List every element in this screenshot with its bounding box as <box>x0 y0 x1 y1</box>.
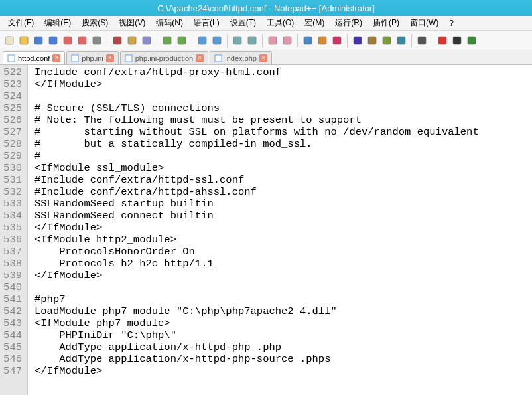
save-all-icon[interactable] <box>46 34 60 47</box>
file-tab[interactable]: php.ini-production× <box>120 51 208 64</box>
file-icon <box>214 54 222 62</box>
code-line[interactable]: <IfModule http2_module> <box>34 234 479 246</box>
svg-rect-17 <box>283 37 291 44</box>
code-line[interactable]: #Include conf/extra/httpd-ahssl.conf <box>34 186 479 198</box>
code-line[interactable]: Protocols h2 h2c http/1.1 <box>34 258 479 270</box>
menu-item[interactable]: 文件(F) <box>4 16 38 30</box>
wrap-icon[interactable] <box>301 34 314 47</box>
folder-tree-icon[interactable] <box>395 34 408 47</box>
code-line[interactable]: LoadModule php7_module "C:\php\php7apach… <box>34 305 479 317</box>
copy-icon[interactable] <box>125 34 139 47</box>
code-line[interactable]: # <box>34 150 479 162</box>
code-line[interactable]: SSLRandomSeed connect builtin <box>34 210 479 222</box>
monitor-icon[interactable] <box>415 34 429 47</box>
new-file-icon[interactable] <box>3 34 16 47</box>
cut-icon[interactable] <box>111 34 124 47</box>
print-icon[interactable] <box>90 34 103 47</box>
line-number: 542 <box>3 305 22 317</box>
menu-item[interactable]: 工具(O) <box>263 16 298 30</box>
code-line[interactable]: AddType application/x-httpd-php .php <box>34 341 479 353</box>
sync-h-icon[interactable] <box>281 34 294 47</box>
close-icon[interactable]: × <box>106 54 114 62</box>
menu-item[interactable]: 语言(L) <box>190 16 224 30</box>
code-line[interactable]: # starting without SSL on platforms with… <box>34 126 479 138</box>
replace-icon[interactable] <box>210 34 224 47</box>
show-all-icon[interactable] <box>316 34 329 47</box>
svg-rect-13 <box>213 37 221 44</box>
menu-item[interactable]: ? <box>445 17 458 29</box>
code-line[interactable]: </IfModule> <box>34 222 479 234</box>
zoom-in-icon[interactable] <box>231 34 244 47</box>
code-line[interactable]: PHPIniDir "C:\php\" <box>34 329 479 341</box>
menu-item[interactable]: 搜索(S) <box>78 16 112 30</box>
code-line[interactable]: #Include conf/extra/httpd-ssl.conf <box>34 174 479 186</box>
line-number: 527 <box>3 126 22 138</box>
code-line[interactable] <box>34 281 479 293</box>
code-content[interactable]: Include conf/extra/httpd-proxy-html.conf… <box>28 65 479 395</box>
open-folder-icon[interactable] <box>17 34 31 47</box>
code-line[interactable]: </IfModule> <box>34 365 479 377</box>
code-line[interactable]: </IfModule> <box>34 270 479 281</box>
code-line[interactable]: </IfModule> <box>34 78 479 90</box>
svg-rect-18 <box>304 37 312 44</box>
close-icon[interactable]: × <box>52 54 60 62</box>
lang-icon[interactable] <box>351 34 364 47</box>
menu-item[interactable]: 编码(N) <box>152 16 187 30</box>
close-icon[interactable]: × <box>259 54 267 62</box>
func-list-icon[interactable] <box>380 34 393 47</box>
code-line[interactable]: AddType application/x-httpd-php-source .… <box>34 353 479 365</box>
code-line[interactable]: <IfModule php7_module> <box>34 317 479 329</box>
line-number: 535 <box>3 222 22 234</box>
save-icon[interactable] <box>32 34 45 47</box>
svg-rect-22 <box>368 37 376 44</box>
undo-icon[interactable] <box>161 34 174 47</box>
close-icon[interactable] <box>61 34 74 47</box>
paste-icon[interactable] <box>140 34 153 47</box>
line-number: 537 <box>3 246 22 258</box>
code-line[interactable]: Include conf/extra/httpd-proxy-html.conf <box>34 66 479 78</box>
file-tab[interactable]: php.ini× <box>66 51 118 64</box>
toolbar-separator <box>227 34 228 47</box>
menu-item[interactable]: 设置(T) <box>226 16 260 30</box>
menu-item[interactable]: 视图(V) <box>115 16 149 30</box>
code-line[interactable]: #php7 <box>34 293 479 305</box>
file-tab[interactable]: index.php× <box>210 51 272 64</box>
doc-map-icon[interactable] <box>366 34 379 47</box>
code-line[interactable]: # Secure (SSL/TLS) connections <box>34 102 479 114</box>
toolbar-separator <box>107 34 107 47</box>
file-icon <box>71 54 79 62</box>
menu-item[interactable]: 编辑(E) <box>40 16 75 30</box>
code-line[interactable]: # but a statically compiled-in mod_ssl. <box>34 138 479 150</box>
code-line[interactable]: SSLRandomSeed startup builtin <box>34 198 479 210</box>
file-icon <box>7 54 15 62</box>
close-all-icon[interactable] <box>76 34 89 47</box>
stop-icon[interactable] <box>450 34 464 47</box>
line-number: 528 <box>3 138 22 150</box>
code-line[interactable]: ProtocolsHonorOrder On <box>34 246 479 258</box>
menu-item[interactable]: 运行(R) <box>331 16 366 30</box>
line-number: 541 <box>3 293 22 305</box>
close-icon[interactable]: × <box>196 54 204 62</box>
menu-item[interactable]: 窗口(W) <box>406 16 442 30</box>
sync-v-icon[interactable] <box>266 34 279 47</box>
menu-item[interactable]: 插件(P) <box>369 16 403 30</box>
indent-guide-icon[interactable] <box>330 34 344 47</box>
redo-icon[interactable] <box>175 34 188 47</box>
zoom-out-icon[interactable] <box>245 34 259 47</box>
code-line[interactable] <box>34 90 479 102</box>
find-icon[interactable] <box>196 34 209 47</box>
line-number: 540 <box>3 281 22 293</box>
play-icon[interactable] <box>465 34 478 47</box>
line-number: 536 <box>3 234 22 246</box>
line-number: 532 <box>3 186 22 198</box>
svg-rect-25 <box>418 37 426 44</box>
svg-rect-29 <box>8 55 15 62</box>
toolbar-separator <box>411 34 412 47</box>
menu-item[interactable]: 宏(M) <box>300 16 328 30</box>
record-icon[interactable] <box>436 34 449 47</box>
code-line[interactable]: <IfModule ssl_module> <box>34 162 479 174</box>
toolbar-separator <box>262 34 263 47</box>
code-line[interactable]: # Note: The following must must be prese… <box>34 114 479 126</box>
file-tab[interactable]: httpd.conf× <box>3 51 65 64</box>
window-title: C:\Apache24\conf\httpd.conf - Notepad++ … <box>157 3 374 13</box>
